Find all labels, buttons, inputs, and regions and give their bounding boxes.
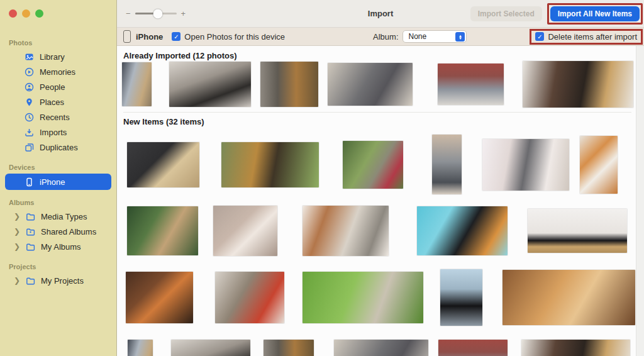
sidebar-item-media-types[interactable]: ❯Media Types	[5, 209, 111, 224]
photo-thumbnail-bengal-cat-grass[interactable]	[221, 142, 319, 187]
photo-thumbnail-black-white-cat-partial[interactable]	[171, 340, 250, 356]
photo-thumbnail-sleeping-cat-red-couch[interactable]	[438, 64, 504, 105]
memories-icon	[24, 67, 35, 77]
duplicates-icon	[24, 142, 35, 153]
photo-thumbnail-orange-cat-on-laptop[interactable]	[417, 206, 508, 255]
sidebar-item-people[interactable]: People	[5, 79, 111, 94]
sidebar-item-shared-albums[interactable]: ❯Shared Albums	[5, 224, 111, 239]
photo-thumbnail-gray-cat-partial[interactable]	[334, 340, 428, 356]
device-bar: iPhone ✓ Open Photos for this device Alb…	[117, 28, 644, 46]
zoom-slider-track[interactable]	[135, 13, 177, 14]
sidebar-item-iphone[interactable]: iPhone	[5, 174, 111, 190]
photo-thumbnail-cat-at-puddle[interactable]	[126, 272, 193, 323]
main-panel: − + Import Import Selected Import All Ne…	[117, 0, 644, 356]
device-info: iPhone ✓ Open Photos for this device	[123, 30, 285, 43]
sidebar-item-my-albums[interactable]: ❯My Albums	[5, 239, 111, 254]
photo-thumbnail-black-cat-outdoors[interactable]	[440, 269, 482, 326]
album-selected-value: None	[409, 32, 427, 41]
photo-thumbnail-orange-white-kitten[interactable]	[580, 136, 618, 194]
photo-thumbnail-brown-cat-log-wall[interactable]	[523, 61, 633, 108]
sidebar-section-label: Devices	[0, 164, 116, 174]
photo-thumbnail-tan-cat-partial[interactable]	[128, 340, 153, 356]
photo-thumbnail-two-white-kittens[interactable]	[482, 139, 569, 191]
sidebar-item-places[interactable]: Places	[5, 94, 111, 109]
zoom-slider-knob[interactable]	[153, 9, 162, 18]
photo-thumbnail-caracal-in-forest[interactable]	[127, 206, 198, 255]
folder-icon	[25, 275, 36, 286]
photo-thumbnail-cream-cat-loaf[interactable]	[127, 142, 199, 187]
sidebar-item-duplicates[interactable]: Duplicates	[5, 140, 111, 155]
sidebar-item-imports[interactable]: Imports	[5, 125, 111, 140]
photo-thumbnail-black-white-cat-couch[interactable]	[169, 62, 251, 107]
open-photos-checkbox[interactable]: ✓	[172, 32, 180, 41]
open-photos-checkbox-group[interactable]: ✓ Open Photos for this device	[172, 32, 285, 42]
zoom-in-icon[interactable]: +	[181, 9, 186, 18]
photo-row	[117, 60, 635, 108]
photo-thumbnail-cats-on-windowsill[interactable]	[528, 209, 627, 253]
photo-thumbnail-tabby-in-garden[interactable]	[343, 141, 403, 189]
section-title: New Items (32 items)	[123, 117, 204, 126]
sidebar-item-my-projects[interactable]: ❯My Projects	[5, 273, 111, 288]
delete-items-checkbox[interactable]: ✓	[535, 32, 544, 41]
photo-thumbnail-orange-cat-closeup[interactable]	[502, 270, 635, 325]
photo-thumbnail-gray-cat-lying[interactable]	[328, 63, 413, 106]
shared-folder-icon	[25, 226, 36, 237]
places-icon	[24, 97, 35, 108]
sidebar-section-label: Albums	[0, 199, 116, 209]
photo-thumbnail-log-wall-cat-partial[interactable]	[521, 340, 630, 356]
photo-row	[117, 134, 635, 195]
import-all-new-items-button[interactable]: Import All New Items	[550, 6, 640, 21]
chevron-right-icon[interactable]: ❯	[14, 242, 19, 251]
album-selector-group: Album: None ▲ ▼	[373, 30, 467, 43]
photo-thumbnail-cartoon-kittens[interactable]	[213, 206, 277, 256]
photo-thumbnail-gray-kitten-with-bowl[interactable]	[432, 135, 462, 194]
sidebar-item-label: Memories	[40, 67, 75, 77]
folder-icon	[25, 242, 36, 252]
close-window-button[interactable]	[9, 9, 17, 18]
photo-thumbnail-tan-cat-by-window[interactable]	[122, 62, 152, 106]
chevron-right-icon[interactable]: ❯	[14, 276, 19, 285]
people-icon	[24, 82, 35, 92]
imports-icon	[24, 127, 35, 138]
chevron-right-icon[interactable]: ❯	[14, 227, 19, 236]
sidebar-item-recents[interactable]: Recents	[5, 109, 111, 125]
album-select[interactable]: None ▲ ▼	[403, 30, 467, 43]
delete-items-label: Delete items after import	[548, 32, 637, 42]
window-controls	[9, 9, 43, 18]
photo-thumbnail-tabby-on-stairs[interactable]	[260, 62, 318, 107]
photo-thumbnail-tabby-stairs-partial[interactable]	[264, 340, 314, 356]
section-divider	[123, 112, 631, 113]
minimize-window-button[interactable]	[22, 9, 30, 18]
toolbar: − + Import Import Selected Import All Ne…	[117, 0, 644, 28]
delete-items-checkbox-group[interactable]: ✓ Delete items after import	[535, 32, 637, 42]
scrollbar-gutter[interactable]	[636, 46, 644, 356]
sidebar-section-label: Projects	[0, 263, 116, 273]
select-stepper-icon[interactable]: ▲ ▼	[456, 32, 465, 42]
delete-after-import-area: ✓ Delete items after import	[530, 29, 643, 45]
photo-thumbnail-kitten-with-red-badge[interactable]	[215, 272, 284, 323]
sidebar: PhotosLibraryMemoriesPeoplePlacesRecents…	[0, 0, 117, 356]
sidebar-item-label: Places	[40, 97, 64, 107]
photos-app-window: PhotosLibraryMemoriesPeoplePlacesRecents…	[0, 0, 644, 356]
thumbnail-zoom-slider[interactable]: − +	[126, 9, 186, 18]
photo-thumbnail-cat-in-green-grass[interactable]	[303, 272, 423, 323]
photo-row	[117, 204, 635, 257]
zoom-window-button[interactable]	[35, 9, 43, 18]
zoom-out-icon[interactable]: −	[126, 9, 131, 18]
library-icon	[24, 52, 35, 62]
photo-sections: Already Imported (12 photos)New Items (3…	[117, 46, 644, 356]
folder-icon	[25, 211, 36, 222]
sidebar-item-label: My Albums	[41, 242, 81, 252]
chevron-right-icon[interactable]: ❯	[14, 212, 19, 221]
page-title: Import	[368, 9, 393, 18]
sidebar-item-library[interactable]: Library	[5, 49, 111, 64]
sidebar-item-memories[interactable]: Memories	[5, 64, 111, 79]
sidebar-item-label: Imports	[40, 128, 67, 137]
sidebar-item-label: My Projects	[41, 276, 84, 286]
iphone-icon	[24, 177, 35, 187]
photo-thumbnail-sleeping-cat-partial[interactable]	[438, 340, 508, 356]
sidebar-item-label: Recents	[40, 113, 70, 122]
annotation-box-delete-items: ✓ Delete items after import	[530, 29, 643, 45]
photo-thumbnail-cat-with-pillows[interactable]	[303, 206, 389, 256]
import-selected-button[interactable]: Import Selected	[470, 6, 542, 21]
